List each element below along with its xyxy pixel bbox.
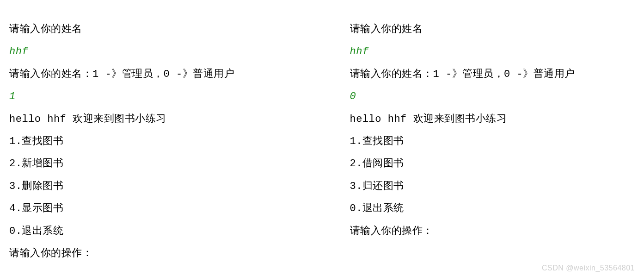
- menu-item-right: 3.归还图书: [350, 176, 635, 198]
- right-console-panel: 请输入你的姓名 hhf 请输入你的姓名：1 -》管理员，0 -》普通用户 0 h…: [350, 19, 635, 265]
- menu-item-left: 2.新增图书: [9, 153, 294, 175]
- input-name-left: hhf: [9, 41, 294, 63]
- prompt-role-right: 请输入你的姓名：1 -》管理员，0 -》普通用户: [350, 63, 635, 86]
- prompt-name-left: 请输入你的姓名: [9, 19, 294, 41]
- menu-item-right: 2.借阅图书: [350, 153, 635, 175]
- menu-item-right: 1.查找图书: [350, 131, 635, 153]
- prompt-role-left: 请输入你的姓名：1 -》管理员，0 -》普通用户: [9, 63, 294, 86]
- menu-item-left: 0.退出系统: [9, 220, 294, 243]
- menu-item-left: 1.查找图书: [9, 131, 294, 153]
- prompt-action-right: 请输入你的操作：: [350, 220, 635, 243]
- menu-item-left: 3.删除图书: [9, 176, 294, 198]
- menu-item-right: 0.退出系统: [350, 198, 635, 220]
- menu-item-left: 4.显示图书: [9, 198, 294, 220]
- watermark: CSDN @weixin_53564801: [542, 264, 635, 272]
- input-role-right: 0: [350, 86, 635, 108]
- prompt-name-right: 请输入你的姓名: [350, 19, 635, 41]
- input-name-right: hhf: [350, 41, 635, 63]
- left-console-panel: 请输入你的姓名 hhf 请输入你的姓名：1 -》管理员，0 -》普通用户 1 h…: [9, 19, 294, 265]
- welcome-left: hello hhf 欢迎来到图书小练习: [9, 108, 294, 131]
- console-container: 请输入你的姓名 hhf 请输入你的姓名：1 -》管理员，0 -》普通用户 1 h…: [0, 0, 644, 274]
- prompt-action-left: 请输入你的操作：: [9, 243, 294, 265]
- welcome-right: hello hhf 欢迎来到图书小练习: [350, 108, 635, 131]
- input-role-left: 1: [9, 86, 294, 108]
